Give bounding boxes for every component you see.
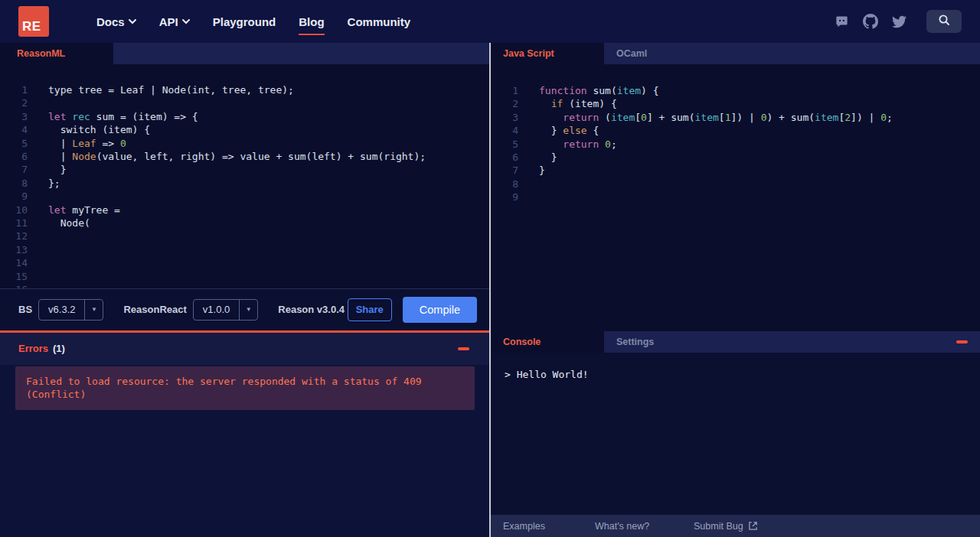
footer-link-label: What's new? [595, 521, 649, 532]
nav-item-community[interactable]: Community [348, 0, 411, 43]
code-line: 13 [0, 243, 489, 256]
code-text: if (item) { [518, 97, 617, 110]
line-number: 9 [491, 190, 518, 203]
line-number: 1 [491, 84, 518, 97]
tab-reasonml[interactable]: ReasonML [0, 43, 113, 64]
code-text [518, 190, 539, 203]
code-text [28, 96, 48, 109]
error-message-box: Failed to load resource: the server resp… [15, 366, 475, 410]
footer-link-examples[interactable]: Examples [503, 521, 595, 532]
code-text: return (item[0] + sum(item[1]) | 0) + su… [518, 111, 893, 124]
footer-link-label: Examples [503, 521, 545, 532]
line-number: 13 [0, 243, 28, 256]
reason-logo[interactable]: RE [18, 6, 49, 37]
line-number: 1 [0, 83, 28, 96]
code-text: } [518, 164, 545, 177]
code-line: 7 } [0, 163, 489, 176]
main-split: ReasonML 1type tree = Leaf | Node(int, t… [0, 43, 980, 537]
code-line: 5 return 0; [491, 138, 980, 151]
console-output-area[interactable]: > Hello World! [491, 353, 980, 515]
line-number: 3 [0, 110, 28, 123]
code-line: 1function sum(item) { [491, 84, 980, 97]
reason-code-editor[interactable]: 1type tree = Leaf | Node(int, tree, tree… [0, 64, 489, 288]
tabstrip-filler [659, 43, 980, 64]
js-code-editor[interactable]: 1function sum(item) {2 if (item) {3 retu… [491, 64, 980, 331]
code-line: 2 [0, 96, 489, 109]
reason-version-text: Reason v3.0.4 [278, 304, 345, 315]
nav-item-label: Community [348, 15, 411, 28]
code-text: | Leaf => 0 [28, 137, 126, 150]
code-line: 8 [491, 177, 980, 190]
code-line: 4 } else { [491, 124, 980, 137]
line-number: 8 [491, 177, 518, 190]
nav-icon-group [835, 10, 962, 33]
tab-label: OCaml [616, 48, 647, 59]
nav-item-playground[interactable]: Playground [213, 0, 276, 43]
tab-label: ReasonML [17, 48, 65, 59]
line-number: 12 [0, 229, 28, 242]
dropdown-caret-icon: ▼ [239, 300, 257, 320]
left-tabstrip: ReasonML [0, 43, 489, 64]
tab-settings[interactable]: Settings [604, 331, 666, 353]
line-number: 3 [491, 111, 518, 124]
code-text: }; [28, 177, 60, 190]
line-number: 6 [0, 150, 28, 163]
code-line: 7} [491, 164, 980, 177]
code-line: 6 | Node(value, left, right) => value + … [0, 150, 489, 163]
external-link-icon [748, 521, 758, 531]
footer-link-submit-bug[interactable]: Submit Bug [694, 521, 758, 532]
nav-item-label: API [159, 15, 178, 28]
right-tabstrip: Java Script OCaml [491, 43, 980, 64]
code-text: let myTree = [28, 203, 120, 216]
footer-link-whats-new[interactable]: What's new? [595, 521, 694, 532]
console-output-line: > Hello World! [505, 369, 589, 380]
code-line: 15 [0, 270, 489, 283]
nav-item-label: Playground [213, 15, 276, 28]
tab-console[interactable]: Console [491, 331, 604, 353]
search-button[interactable] [926, 10, 962, 33]
line-number: 14 [0, 256, 28, 269]
nav-item-blog[interactable]: Blog [299, 0, 324, 43]
navbar: RE Docs API Playground Blog Community [0, 0, 980, 43]
tab-label: Settings [616, 337, 654, 347]
line-number: 2 [491, 97, 518, 110]
console-collapse-button[interactable] [956, 340, 968, 343]
reasonreact-version-dropdown[interactable]: v1.0.0 ▼ [193, 299, 258, 321]
discord-icon[interactable] [835, 15, 849, 29]
line-number: 8 [0, 177, 28, 190]
nav-item-api[interactable]: API [159, 0, 190, 43]
bs-version-dropdown[interactable]: v6.3.2 ▼ [38, 299, 103, 321]
code-line: 3let rec sum = (item) => { [0, 110, 489, 123]
footer-link-label: Submit Bug [694, 521, 743, 532]
code-line: 2 if (item) { [491, 97, 980, 110]
nav-item-docs[interactable]: Docs [96, 0, 136, 43]
twitter-icon[interactable] [892, 15, 906, 29]
search-icon [938, 14, 950, 29]
tab-ocaml[interactable]: OCaml [604, 43, 659, 64]
code-text [518, 177, 539, 190]
github-icon[interactable] [863, 14, 878, 29]
code-line: 1type tree = Leaf | Node(int, tree, tree… [0, 83, 489, 96]
line-number: 10 [0, 203, 28, 216]
share-button[interactable]: Share [348, 298, 392, 321]
playground-footer: Examples What's new? Submit Bug [491, 515, 980, 537]
line-number: 5 [491, 138, 518, 151]
code-text: function sum(item) { [518, 84, 659, 97]
console-header: Console Settings [491, 331, 980, 353]
code-text [28, 190, 48, 203]
code-text [28, 256, 48, 269]
line-number: 4 [0, 123, 28, 136]
errors-panel: Errors (1) Failed to load resource: the … [0, 330, 489, 537]
output-panel: Java Script OCaml 1function sum(item) {2… [491, 43, 980, 537]
line-number: 9 [0, 190, 28, 203]
code-line: 8}; [0, 177, 489, 190]
tab-label: Console [503, 337, 541, 347]
code-text: } [28, 163, 66, 176]
errors-collapse-button[interactable] [458, 347, 469, 350]
tab-javascript[interactable]: Java Script [491, 43, 604, 64]
code-line: 5 | Leaf => 0 [0, 137, 489, 150]
bottom-toolbar: BS v6.3.2 ▼ ReasonReact v1.0.0 ▼ Reason … [0, 288, 489, 330]
reasonreact-version-value: v1.0.0 [194, 304, 239, 315]
compile-button[interactable]: Compile [403, 297, 477, 323]
code-line: 3 return (item[0] + sum(item[1]) | 0) + … [491, 111, 980, 124]
